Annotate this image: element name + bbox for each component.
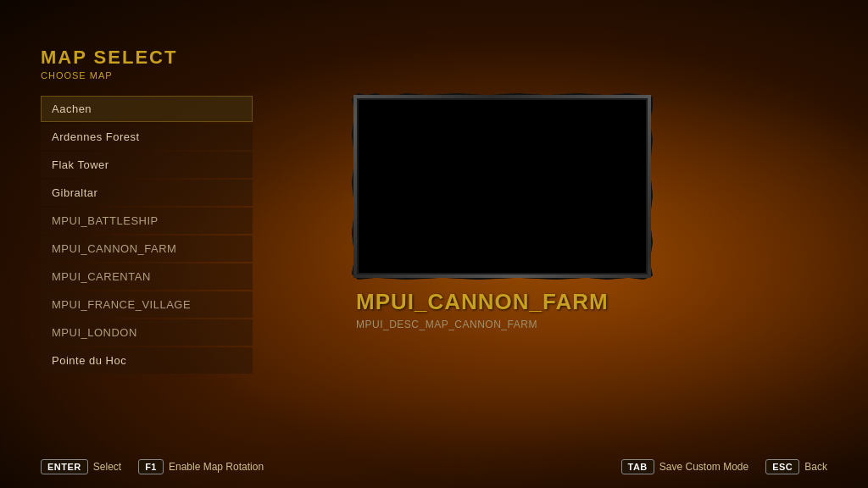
right-panel: MPUI_CANNON_FARM MPUI_DESC_MAP_CANNON_FA…	[356, 97, 661, 330]
control-hint-esc: ESC Back	[765, 459, 827, 474]
enter-key-badge: ENTER	[41, 459, 88, 474]
map-list-item[interactable]: Pointe du Hoc	[41, 347, 253, 374]
f1-label: Enable Map Rotation	[169, 461, 264, 473]
map-preview-border	[352, 93, 653, 280]
tab-label: Save Custom Mode	[659, 461, 748, 473]
map-list: Aachen Ardennes Forest Flak Tower Gibral…	[41, 96, 253, 374]
control-hint-f1: F1 Enable Map Rotation	[138, 459, 264, 474]
page-subtitle: CHOOSE MAP	[41, 70, 253, 80]
map-list-item[interactable]: MPUI_FRANCE_VILLAGE	[41, 291, 253, 318]
bottom-controls-right: TAB Save Custom Mode ESC Back	[621, 459, 828, 474]
map-list-item[interactable]: MPUI_CANNON_FARM	[41, 236, 253, 262]
map-preview-image	[356, 97, 648, 275]
selected-map-name: MPUI_CANNON_FARM	[356, 289, 661, 315]
map-list-item[interactable]: Flak Tower	[41, 152, 253, 178]
map-list-item[interactable]: MPUI_BATTLESHIP	[41, 208, 253, 234]
selected-map-description: MPUI_DESC_MAP_CANNON_FARM	[356, 319, 661, 330]
page-title: MAP SELECT	[41, 47, 253, 69]
control-hint-enter: ENTER Select	[41, 459, 121, 474]
map-list-item[interactable]: Gibraltar	[41, 180, 253, 206]
map-list-item[interactable]: MPUI_LONDON	[41, 319, 253, 346]
esc-label: Back	[804, 461, 827, 473]
bottom-bar: ENTER Select F1 Enable Map Rotation TAB …	[0, 459, 868, 474]
map-list-item[interactable]: MPUI_CARENTAN	[41, 263, 253, 290]
map-list-item[interactable]: Aachen	[41, 96, 253, 122]
map-list-item[interactable]: Ardennes Forest	[41, 124, 253, 150]
control-hint-tab: TAB Save Custom Mode	[621, 459, 749, 474]
left-panel: MAP SELECT CHOOSE MAP Aachen Ardennes Fo…	[41, 47, 253, 375]
esc-key-badge: ESC	[765, 459, 799, 474]
bottom-controls-left: ENTER Select F1 Enable Map Rotation	[41, 459, 264, 474]
enter-label: Select	[93, 461, 121, 473]
tab-key-badge: TAB	[621, 459, 654, 474]
main-content: MAP SELECT CHOOSE MAP Aachen Ardennes Fo…	[0, 0, 868, 488]
f1-key-badge: F1	[138, 459, 164, 474]
